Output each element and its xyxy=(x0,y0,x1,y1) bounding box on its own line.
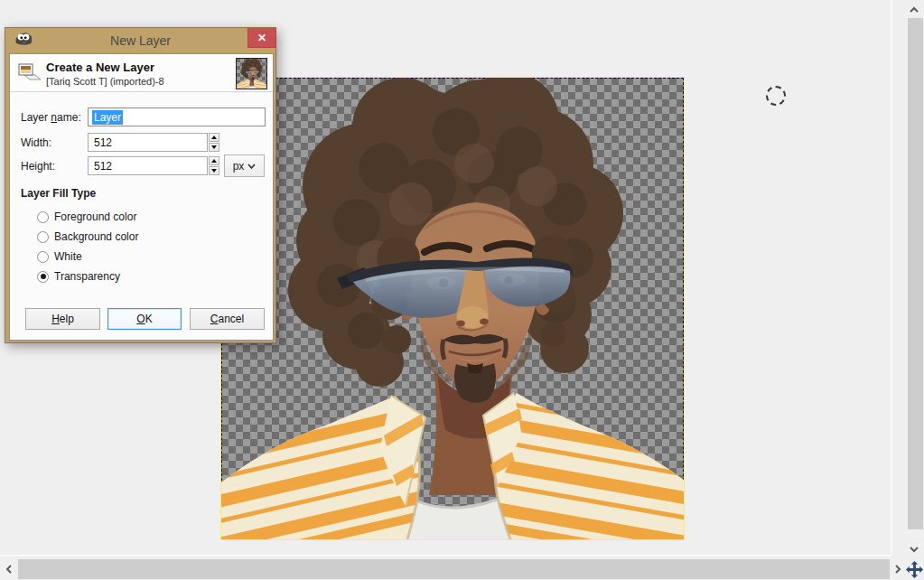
fill-type-section-label: Layer Fill Type xyxy=(21,187,96,200)
radio-white[interactable]: White xyxy=(37,249,82,264)
spin-down-icon[interactable] xyxy=(209,166,219,175)
unit-dropdown[interactable]: px xyxy=(224,154,265,177)
radio-transparency[interactable]: Transparency xyxy=(37,269,120,284)
ok-button[interactable]: OK xyxy=(107,308,182,330)
width-input[interactable] xyxy=(88,133,208,152)
move-cross-icon xyxy=(906,561,923,578)
image-canvas[interactable] xyxy=(221,78,684,539)
cancel-button[interactable]: Cancel xyxy=(190,308,265,330)
close-icon[interactable]: ✕ xyxy=(247,28,276,48)
height-spinner[interactable] xyxy=(209,156,219,176)
dialog-title: New Layer xyxy=(5,33,275,48)
dialog-content: Create a New Layer [Tariq Scott T] (impo… xyxy=(9,53,274,341)
layer-thumbnail xyxy=(236,58,267,89)
horizontal-scrollbar[interactable] xyxy=(0,558,905,580)
radio-background-color[interactable]: Background color xyxy=(37,229,138,244)
spin-up-icon[interactable] xyxy=(209,133,219,142)
scroll-up-icon[interactable] xyxy=(907,3,921,17)
width-spinner[interactable] xyxy=(209,133,219,153)
scroll-down-icon[interactable] xyxy=(907,542,921,557)
spin-down-icon[interactable] xyxy=(209,143,219,152)
new-layer-dialog: New Layer ✕ Create a New Layer [Tariq Sc… xyxy=(5,27,276,343)
help-button[interactable]: Help xyxy=(25,308,100,330)
radio-icon xyxy=(37,231,49,243)
dialog-titlebar[interactable]: New Layer ✕ xyxy=(5,28,275,53)
height-label: Height: xyxy=(21,160,55,173)
horizontal-scrollbar-thumb[interactable] xyxy=(18,559,890,579)
spin-up-icon[interactable] xyxy=(209,156,219,165)
character-image xyxy=(221,78,684,539)
radio-icon xyxy=(37,211,49,223)
radio-foreground-color[interactable]: Foreground color xyxy=(37,210,136,224)
width-label: Width: xyxy=(21,136,51,149)
vertical-scrollbar[interactable] xyxy=(905,0,924,557)
layer-name-label: Layer name: xyxy=(21,111,81,124)
dialog-heading: Create a New Layer xyxy=(46,61,154,74)
new-layer-icon xyxy=(17,62,42,86)
gimp-window: New Layer ✕ Create a New Layer [Tariq Sc… xyxy=(0,0,924,580)
scroll-left-icon[interactable] xyxy=(2,562,16,576)
height-input[interactable] xyxy=(88,156,208,175)
vertical-scrollbar-thumb[interactable] xyxy=(908,18,923,529)
pan-view-button[interactable] xyxy=(905,559,924,579)
dialog-header: Create a New Layer [Tariq Scott T] (impo… xyxy=(10,54,273,92)
selection-circle xyxy=(766,86,786,106)
layer-name-input[interactable]: Layer xyxy=(88,108,266,126)
selected-text: Layer xyxy=(92,110,123,125)
radio-icon xyxy=(37,251,49,263)
chevron-down-icon xyxy=(247,164,256,169)
scroll-right-icon[interactable] xyxy=(891,562,905,576)
unit-value: px xyxy=(233,160,245,173)
image-name-label: [Tariq Scott T] (imported)-8 xyxy=(46,76,164,87)
radio-icon xyxy=(37,271,49,283)
